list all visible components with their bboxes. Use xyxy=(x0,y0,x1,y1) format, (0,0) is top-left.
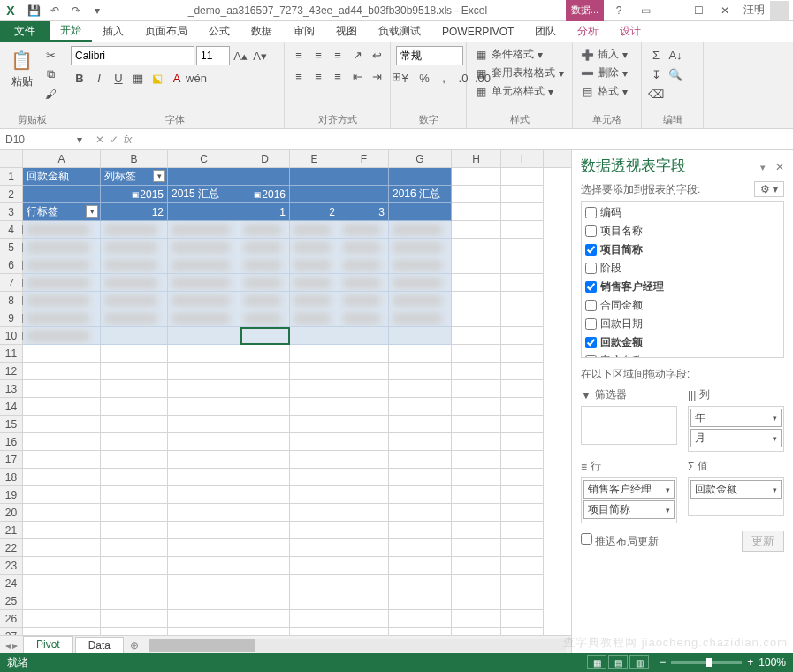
columns-area-box[interactable]: 年▾月▾ xyxy=(688,406,784,452)
cell[interactable] xyxy=(101,592,168,610)
cell[interactable] xyxy=(452,610,501,628)
cell[interactable] xyxy=(290,239,339,256)
cell[interactable] xyxy=(339,168,389,186)
cell[interactable] xyxy=(290,575,339,592)
cell[interactable] xyxy=(501,628,544,635)
cell[interactable] xyxy=(290,539,339,557)
cell[interactable] xyxy=(240,557,290,575)
cell[interactable] xyxy=(501,168,544,186)
cell[interactable] xyxy=(452,168,501,186)
cell[interactable] xyxy=(501,203,544,221)
cell[interactable] xyxy=(339,221,389,239)
field-item[interactable]: 回款金额 xyxy=(585,333,780,352)
cell[interactable] xyxy=(290,221,339,239)
font-color-icon[interactable]: A xyxy=(168,69,186,87)
cell[interactable] xyxy=(240,363,290,380)
tab-load-test[interactable]: 负载测试 xyxy=(368,21,431,42)
decrease-font-icon[interactable]: A▾ xyxy=(251,47,269,65)
paste-button[interactable]: 📋 粘贴 xyxy=(5,46,38,91)
page-layout-view-icon[interactable]: ▤ xyxy=(608,655,628,669)
cell[interactable] xyxy=(501,539,544,557)
cell[interactable] xyxy=(389,380,452,398)
cell[interactable] xyxy=(240,575,290,592)
cell[interactable] xyxy=(101,292,168,309)
cell[interactable] xyxy=(290,504,339,522)
wrap-text-icon[interactable]: ↩ xyxy=(368,46,385,64)
copy-icon[interactable]: ⧉ xyxy=(42,65,59,83)
cell[interactable] xyxy=(290,380,339,398)
sort-filter-icon[interactable]: A↓ xyxy=(667,46,684,64)
cell[interactable] xyxy=(240,345,290,363)
cell[interactable] xyxy=(101,416,168,433)
row-header[interactable]: 17 xyxy=(0,451,23,469)
cell[interactable] xyxy=(339,327,389,345)
phonetic-icon[interactable]: wén xyxy=(187,69,205,87)
align-left-icon[interactable]: ≡ xyxy=(290,67,308,85)
row-header[interactable]: 23 xyxy=(0,557,23,575)
cell[interactable] xyxy=(452,203,501,221)
field-checkbox[interactable] xyxy=(585,300,597,311)
cell[interactable] xyxy=(168,628,240,635)
cell[interactable] xyxy=(452,469,501,486)
cell[interactable] xyxy=(240,592,290,610)
cell[interactable] xyxy=(168,486,240,504)
cell[interactable] xyxy=(290,398,339,416)
cell[interactable] xyxy=(389,469,452,486)
cell[interactable] xyxy=(389,327,452,345)
redo-icon[interactable]: ↷ xyxy=(67,2,85,19)
cell[interactable] xyxy=(23,345,101,363)
cell[interactable] xyxy=(240,433,290,451)
cell[interactable] xyxy=(168,256,240,274)
cell[interactable]: 3 xyxy=(339,203,389,221)
cell[interactable] xyxy=(290,610,339,628)
cell[interactable] xyxy=(290,274,339,292)
cell[interactable] xyxy=(339,309,389,327)
cell[interactable] xyxy=(339,345,389,363)
cell[interactable] xyxy=(290,451,339,469)
cell[interactable] xyxy=(452,433,501,451)
cell[interactable] xyxy=(101,539,168,557)
row-header[interactable]: 24 xyxy=(0,575,23,592)
tab-view[interactable]: 视图 xyxy=(325,21,368,42)
field-item[interactable]: 销售客户经理 xyxy=(585,278,780,296)
rows-area-box[interactable]: 销售客户经理▾项目简称▾ xyxy=(581,477,677,523)
cell[interactable] xyxy=(452,221,501,239)
cell[interactable] xyxy=(501,416,544,433)
qat-customize-icon[interactable]: ▾ xyxy=(88,2,106,19)
field-item[interactable]: 回款日期 xyxy=(585,315,780,333)
row-header[interactable]: 4+ xyxy=(0,221,23,239)
cell[interactable] xyxy=(240,628,290,635)
cell[interactable] xyxy=(101,221,168,239)
cell[interactable] xyxy=(23,486,101,504)
filter-dropdown-icon[interactable]: ▾ xyxy=(153,170,165,182)
row-header[interactable]: 15 xyxy=(0,416,23,433)
cell[interactable] xyxy=(501,380,544,398)
increase-indent-icon[interactable]: ⇥ xyxy=(368,67,385,85)
cell[interactable] xyxy=(23,610,101,628)
cell[interactable] xyxy=(290,557,339,575)
cell[interactable] xyxy=(290,168,339,186)
normal-view-icon[interactable]: ▦ xyxy=(587,655,606,669)
increase-font-icon[interactable]: A▴ xyxy=(232,47,249,65)
cell[interactable] xyxy=(168,221,240,239)
cell[interactable] xyxy=(168,557,240,575)
cell[interactable] xyxy=(339,628,389,635)
field-checkbox[interactable] xyxy=(585,318,597,330)
cell[interactable] xyxy=(501,469,544,486)
undo-icon[interactable]: ↶ xyxy=(46,2,64,19)
cell[interactable] xyxy=(389,363,452,380)
tab-powerpivot[interactable]: POWERPIVOT xyxy=(431,21,524,42)
cell[interactable] xyxy=(101,433,168,451)
row-header[interactable]: 13 xyxy=(0,380,23,398)
col-header-i[interactable]: I xyxy=(501,150,544,167)
cell[interactable] xyxy=(23,327,101,345)
cell[interactable] xyxy=(240,239,290,256)
cell[interactable] xyxy=(23,416,101,433)
cell[interactable] xyxy=(168,380,240,398)
tab-design[interactable]: 设计 xyxy=(609,21,652,42)
sheet-nav-first-icon[interactable]: ◂ xyxy=(5,639,11,652)
cell[interactable]: 回款金额 xyxy=(23,168,101,186)
tab-team[interactable]: 团队 xyxy=(524,21,567,42)
cell[interactable] xyxy=(240,522,290,539)
contextual-tab-data[interactable]: 数据... xyxy=(566,0,604,21)
